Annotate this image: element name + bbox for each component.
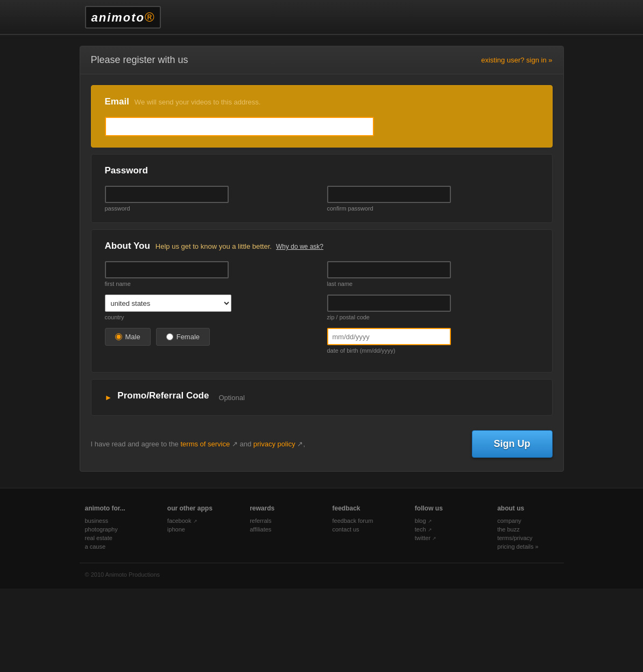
country-select[interactable]: united states canada united kingdom aust…	[105, 295, 231, 312]
country-label: country	[105, 314, 316, 320]
register-header: Please register with us existing user? s…	[80, 46, 563, 74]
first-name-group: first name	[105, 261, 316, 287]
footer-animoto-for-title: animoto for...	[85, 505, 146, 512]
footer-link-company[interactable]: company	[497, 517, 558, 524]
footer-link-tech[interactable]: tech ↗	[415, 526, 476, 533]
footer-link-feedback-forum[interactable]: feedback forum	[332, 517, 393, 524]
privacy-policy-link[interactable]: privacy policy	[253, 440, 295, 448]
footer: animoto for... business photography real…	[0, 488, 643, 589]
promo-section: ► Promo/Referral Code Optional	[91, 379, 553, 416]
dob-input[interactable]	[327, 328, 451, 345]
first-name-col: first name united states canada united k…	[105, 261, 316, 361]
last-name-group: last name	[327, 261, 539, 287]
logo[interactable]: animoto®	[85, 6, 161, 29]
main-wrapper: Please register with us existing user? s…	[80, 35, 564, 488]
gender-female-radio[interactable]	[166, 333, 173, 340]
promo-title: Promo/Referral Code	[117, 390, 209, 401]
external-icon: ↗	[428, 519, 432, 524]
footer-link-pricing-details[interactable]: pricing details »	[497, 543, 558, 550]
confirm-password-col: confirm password	[327, 186, 539, 212]
terms-and: and	[239, 440, 251, 448]
zip-group: zip / postal code	[327, 295, 539, 320]
gender-male-text: Male	[125, 333, 140, 341]
signup-button[interactable]: Sign Up	[472, 430, 553, 458]
external-icon: ↗	[193, 519, 197, 524]
password-col: password	[105, 186, 316, 212]
footer-link-referrals[interactable]: referrals	[250, 517, 310, 524]
password-title: Password	[105, 165, 148, 176]
gender-male-radio[interactable]	[115, 333, 122, 340]
footer-copyright: © 2010 Animoto Productions	[80, 563, 564, 578]
footer-col-about-us: about us company the buzz terms/privacy …	[497, 505, 558, 552]
promo-optional: Optional	[218, 394, 244, 402]
footer-link-real-estate[interactable]: real estate	[85, 535, 146, 541]
dob-group: date of birth (mm/dd/yyyy)	[327, 328, 539, 354]
promo-arrow-icon: ►	[105, 393, 112, 402]
about-subtitle: Help us get to know you a little better.	[156, 242, 272, 250]
footer-link-iphone[interactable]: iphone	[167, 526, 228, 533]
footer-col-other-apps: our other apps facebook ↗ iphone	[167, 505, 228, 552]
terms-text: I have read and agree to the terms of se…	[91, 440, 306, 448]
page-title: Please register with us	[91, 54, 188, 66]
footer-col-follow-us: follow us blog ↗ tech ↗ twitter ↗	[415, 505, 476, 552]
password-input[interactable]	[105, 186, 229, 203]
first-name-label: first name	[105, 281, 316, 287]
last-name-col: last name zip / postal code date of birt…	[327, 261, 539, 361]
footer-link-facebook[interactable]: facebook ↗	[167, 517, 228, 524]
footer-link-the-buzz[interactable]: the buzz	[497, 526, 558, 533]
logo-text: animoto	[91, 11, 145, 24]
why-link[interactable]: Why do we ask?	[276, 243, 323, 250]
confirm-password-input[interactable]	[327, 186, 451, 203]
zip-input[interactable]	[327, 295, 451, 312]
footer-follow-us-title: follow us	[415, 505, 476, 512]
gender-group: Male Female	[105, 328, 316, 346]
footer-other-apps-title: our other apps	[167, 505, 228, 512]
footer-feedback-title: feedback	[332, 505, 393, 512]
footer-col-feedback: feedback feedback forum contact us	[332, 505, 393, 552]
gender-male-label[interactable]: Male	[105, 328, 151, 346]
last-name-label: last name	[327, 281, 539, 287]
footer-rewards-title: rewards	[250, 505, 310, 512]
zip-label: zip / postal code	[327, 314, 539, 320]
gender-female-text: Female	[176, 333, 200, 341]
logo-dot: ®	[145, 10, 154, 24]
footer-col-rewards: rewards referrals affiliates	[250, 505, 310, 552]
terms-comma: ,	[303, 440, 305, 448]
about-title: About You	[105, 241, 150, 251]
footer-col-animoto-for: animoto for... business photography real…	[85, 505, 146, 552]
footer-link-business[interactable]: business	[85, 517, 146, 524]
gender-female-label[interactable]: Female	[156, 328, 210, 346]
gender-radio-group: Male Female	[105, 328, 316, 346]
header: animoto®	[0, 0, 643, 35]
password-section: Password password confirm password	[91, 154, 553, 223]
register-body: Email We will send your videos to this a…	[80, 74, 563, 471]
country-group: united states canada united kingdom aust…	[105, 295, 316, 320]
footer-link-a-cause[interactable]: a cause	[85, 543, 146, 550]
external-icon: ↗	[432, 536, 436, 541]
password-label: password	[105, 205, 316, 212]
footer-link-photography[interactable]: photography	[85, 526, 146, 533]
confirm-password-label: confirm password	[327, 205, 539, 212]
footer-link-affiliates[interactable]: affiliates	[250, 526, 310, 533]
about-section: About You Help us get to know you a litt…	[91, 229, 553, 373]
footer-link-contact-us[interactable]: contact us	[332, 526, 393, 533]
register-panel: Please register with us existing user? s…	[80, 46, 564, 472]
email-section: Email We will send your videos to this a…	[91, 85, 553, 148]
email-input[interactable]	[105, 117, 374, 136]
footer-link-terms-privacy[interactable]: terms/privacy	[497, 535, 558, 541]
external-icon: ↗	[428, 527, 432, 533]
first-name-input[interactable]	[105, 261, 229, 278]
footer-link-blog[interactable]: blog ↗	[415, 517, 476, 524]
footer-inner: animoto for... business photography real…	[80, 505, 564, 552]
promo-title-row: ► Promo/Referral Code Optional	[105, 390, 539, 404]
footer-about-us-title: about us	[497, 505, 558, 512]
signin-link[interactable]: existing user? sign in »	[481, 56, 552, 64]
footer-link-twitter[interactable]: twitter ↗	[415, 535, 476, 541]
dob-label: date of birth (mm/dd/yyyy)	[327, 347, 539, 354]
terms-row: I have read and agree to the terms of se…	[91, 422, 553, 460]
terms-prefix: I have read and agree to the	[91, 440, 179, 448]
email-subtitle: We will send your videos to this address…	[135, 98, 261, 106]
terms-of-service-link[interactable]: terms of service	[180, 440, 230, 448]
last-name-input[interactable]	[327, 261, 451, 278]
email-title: Email	[105, 96, 129, 107]
